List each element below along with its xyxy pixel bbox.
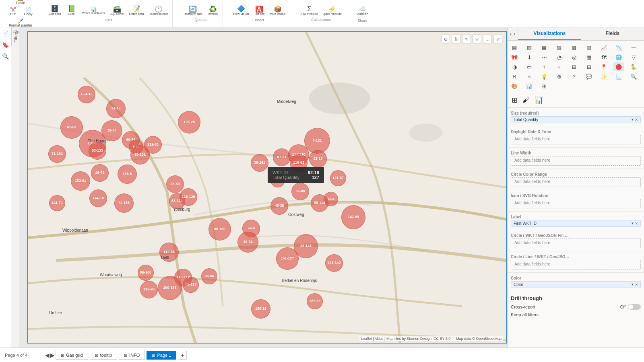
bubble-112-38[interactable]: 112-38: [159, 243, 179, 262]
copy-button[interactable]: 📄 Copy: [21, 6, 35, 17]
viz-search2[interactable]: 🔍: [628, 72, 639, 81]
size-chevron[interactable]: ▾: [632, 117, 634, 122]
viz-azure-map[interactable]: 📍: [599, 62, 609, 71]
viz-card[interactable]: ▭: [524, 62, 535, 71]
circle-line-drop-zone[interactable]: Add data fields here: [511, 260, 641, 269]
viz-funnel[interactable]: ▽: [628, 53, 639, 62]
icon-rotation-drop-zone[interactable]: Add data fields here: [511, 199, 641, 208]
viz-pie[interactable]: ◔: [554, 53, 564, 62]
bubble-143-142[interactable]: 143-142: [325, 254, 343, 272]
map-zoom-btn[interactable]: ⇅: [452, 35, 460, 43]
size-field-pill[interactable]: Total Quantity ▾ ✕: [511, 116, 641, 123]
viz-kpi[interactable]: ↑: [539, 62, 549, 71]
page-tab-tooltip[interactable]: ⊞ tooltip: [90, 351, 117, 360]
label-field-pill[interactable]: First WKT ID ▾ ✕: [511, 220, 641, 227]
prev-page-nav[interactable]: ◀: [45, 352, 50, 358]
bubble-142-99[interactable]: 142-99: [341, 205, 365, 229]
bubble-98-100[interactable]: 98-100: [138, 265, 154, 281]
more-visuals-button[interactable]: 📦 More visuals: [268, 5, 287, 16]
bubble-161-127[interactable]: 161-127: [276, 247, 299, 270]
viz-field-wells[interactable]: ⊞: [539, 82, 549, 90]
excel-button[interactable]: 📗 Excel: [64, 5, 79, 16]
map-focus-btn[interactable]: ⊙: [441, 35, 450, 43]
bubble-34-15[interactable]: 34-15: [106, 99, 126, 118]
power-bi-button[interactable]: 📊 Power BI datasets: [80, 6, 107, 15]
viz-analytics[interactable]: 📊: [524, 82, 535, 90]
daylight-drop-zone[interactable]: Add data fields here: [511, 135, 641, 144]
new-measure-button[interactable]: Σ New measure: [299, 5, 320, 16]
bubble-15-H15[interactable]: 15-H15: [78, 86, 95, 103]
color-chevron[interactable]: ▾: [632, 282, 634, 287]
bubble-158-8[interactable]: 158-8: [118, 165, 137, 184]
viz-clustered-bar[interactable]: ▥: [524, 43, 535, 52]
viz-ai-insights[interactable]: 💡: [539, 72, 549, 81]
bubble-121-87[interactable]: 121-87: [330, 170, 346, 186]
viz-paginate[interactable]: 📃: [613, 72, 624, 81]
publish-button[interactable]: ☁️ Publish: [355, 5, 370, 17]
viz-qa[interactable]: ?: [569, 72, 579, 81]
bubble-126-25[interactable]: 126-25: [178, 111, 200, 134]
viz-line[interactable]: 📈: [599, 43, 609, 52]
viz-stacked-bar[interactable]: ▤: [509, 43, 520, 52]
bubble-72-158[interactable]: 72-158: [114, 193, 134, 213]
map-filter-btn[interactable]: ▽: [473, 35, 481, 43]
enter-data-button[interactable]: 📝 Enter data: [128, 5, 146, 16]
page-tab-page1[interactable]: ⊞ Page 1: [147, 351, 176, 360]
viz-r[interactable]: R: [509, 72, 520, 81]
size-remove[interactable]: ✕: [635, 117, 638, 122]
viz-area[interactable]: 📉: [613, 43, 624, 52]
panel-collapse-left[interactable]: ‹: [509, 30, 513, 38]
bubble-71-152[interactable]: 71-152: [48, 145, 66, 163]
viz-matrix[interactable]: ⊟: [584, 62, 594, 71]
bubble-39-161[interactable]: 39-161: [251, 154, 268, 172]
bubble-36-98[interactable]: 36-98: [291, 183, 309, 200]
viz-clustered-col[interactable]: ▩: [569, 43, 579, 52]
bubble-53-133[interactable]: 53-133: [89, 142, 106, 160]
add-page-button[interactable]: +: [178, 351, 187, 360]
format-painter-button[interactable]: 🖌️ Format painter: [7, 18, 34, 28]
bubble-110-92[interactable]: 110-92: [290, 154, 308, 172]
map-select-btn[interactable]: ↖: [462, 35, 471, 43]
page-tab-gas-grid[interactable]: ⊞ Gas grid: [56, 351, 88, 360]
format-visual-icon[interactable]: 🖌: [522, 95, 530, 105]
bubble-100-158[interactable]: 100-158: [158, 276, 182, 300]
bubble-67-21[interactable]: 67-21: [273, 148, 291, 166]
circle-color-drop-zone[interactable]: Add data fields here: [511, 177, 641, 187]
bubble-61-53[interactable]: 61-53: [60, 116, 83, 139]
recent-sources-button[interactable]: 🕐 Recent sources: [147, 5, 170, 16]
viz-line-clustered[interactable]: 〰: [628, 43, 639, 52]
bubble-150-19[interactable]: 150-19: [251, 299, 270, 319]
viz-smart[interactable]: ✨: [599, 72, 609, 81]
next-page-nav[interactable]: ▶: [50, 352, 55, 358]
viz-format[interactable]: 🎨: [509, 82, 520, 90]
analytics-icon[interactable]: 📊: [534, 95, 544, 105]
viz-100pct-bar[interactable]: ▦: [539, 43, 549, 52]
viz-tab[interactable]: Visualizations: [518, 27, 581, 40]
line-width-drop-zone[interactable]: Add data fields here: [511, 156, 641, 166]
filters-label[interactable]: Filters: [11, 27, 20, 46]
refresh-button[interactable]: ♻️ Refresh: [206, 5, 220, 16]
viz-python[interactable]: 🐍: [628, 62, 639, 71]
label-remove[interactable]: ✕: [635, 221, 638, 226]
bubble-58-131[interactable]: 58-131: [130, 145, 150, 165]
viz-slicer[interactable]: ≡: [554, 62, 564, 71]
viz-table[interactable]: ⊞: [569, 62, 579, 71]
bubble-25-39[interactable]: 25-39: [166, 175, 184, 193]
bubble-45-38[interactable]: 45-38: [270, 197, 288, 215]
quick-measure-button[interactable]: ⚡ Quick measure: [321, 5, 343, 16]
build-visual-icon[interactable]: ⊞: [511, 95, 518, 105]
bubble-115-98[interactable]: 115-98: [140, 281, 158, 298]
map-ellipsis-btn[interactable]: …: [483, 35, 492, 43]
circle-wkt-drop-zone[interactable]: Add data fields here: [511, 239, 641, 248]
search-sidebar-icon[interactable]: 🔍: [0, 51, 10, 61]
viz-scatter[interactable]: ⋯: [539, 53, 549, 62]
viz-decomp[interactable]: ⑃: [524, 72, 535, 81]
bookmarks-icon[interactable]: 🔖: [0, 40, 10, 50]
viz-treemap[interactable]: ▦: [584, 53, 594, 62]
paste-button[interactable]: 📋 Paste: [13, 0, 28, 6]
bubble-95-114[interactable]: 95-114: [311, 194, 328, 212]
viz-100pct-col[interactable]: ▧: [584, 43, 594, 52]
bubble-127-22[interactable]: 127-22: [307, 293, 323, 309]
viz-map[interactable]: 🗺: [599, 53, 609, 62]
panel-collapse-right[interactable]: ›: [513, 30, 516, 38]
